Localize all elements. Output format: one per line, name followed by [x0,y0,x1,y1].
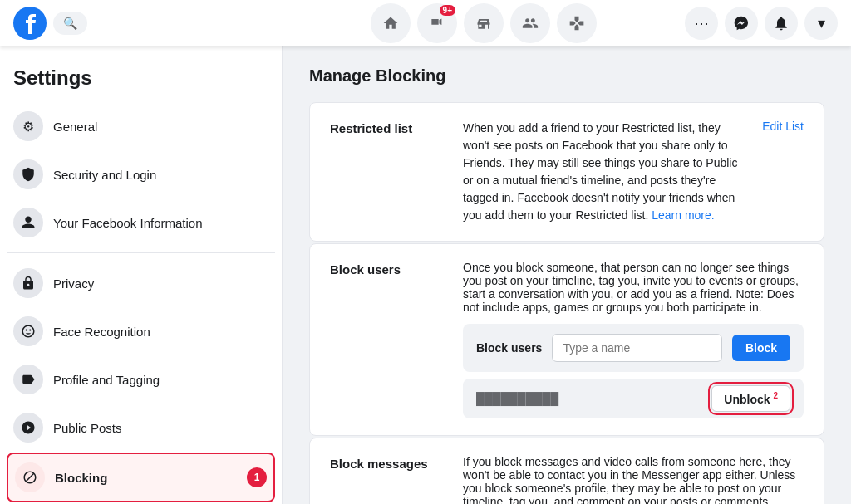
sidebar-item-label: Privacy [53,276,94,291]
messenger-btn[interactable] [725,7,758,40]
block-messages-label: Block messages [330,455,463,471]
sidebar-item-blocking[interactable]: Blocking 1 [7,453,275,502]
video-badge: 9+ [440,5,455,16]
store-nav-btn[interactable] [464,3,504,43]
privacy-icon [13,268,43,298]
posts-icon [13,413,43,443]
restricted-list-row: Restricted list When you add a friend to… [310,103,824,241]
edit-list-link[interactable]: Edit List [762,120,804,133]
blocked-user-name: ██████████ [476,392,558,405]
account-btn[interactable]: ▾ [804,7,838,40]
sidebar-item-security[interactable]: Security and Login [7,151,275,198]
block-users-desc: Once you block someone, that person can … [463,261,799,314]
block-users-input[interactable] [552,334,722,362]
block-messages-row: Block messages If you block messages and… [310,438,824,504]
block-users-label: Block users [330,261,463,276]
restricted-list-text: When you add a friend to your Restricted… [463,121,737,222]
restricted-list-label: Restricted list [330,120,463,135]
nav-right: ⋯ ▾ [671,7,838,40]
restricted-list-action: Edit List [762,120,804,133]
restricted-list-desc: When you add a friend to your Restricted… [463,120,749,224]
home-nav-btn[interactable] [371,3,411,43]
sidebar-item-profile[interactable]: Profile and Tagging [7,356,275,403]
sidebar-item-face[interactable]: Face Recognition [7,308,275,355]
profile-icon [13,365,43,394]
block-messages-content: If you block messages and video calls fr… [463,455,804,504]
unblock-button[interactable]: Unblock 2 [711,385,790,412]
nav-left: 🔍 [13,7,296,40]
sidebar-item-label: Public Posts [53,421,122,435]
security-icon [13,159,43,189]
sidebar-item-label: Face Recognition [53,325,150,339]
block-button[interactable]: Block [732,335,790,361]
block-input-label: Block users [476,341,542,355]
blocked-user-row: ██████████ Unblock 2 [463,379,804,418]
block-users-row: Block users Once you block someone, that… [310,244,824,435]
sidebar-title: Settings [7,60,275,103]
block-users-card: Block users Once you block someone, that… [309,243,824,436]
nav-center: 9+ [296,3,671,43]
groups-nav-btn[interactable] [510,3,550,43]
main-content: Manage Blocking Restricted list When you… [283,46,851,504]
sidebar-item-label: General [53,120,97,134]
block-input-row: Block users Block [463,324,804,372]
sidebar-item-blocking-label: Blocking [55,471,107,485]
top-navigation: 🔍 9+ ⋯ ▾ [0,0,851,46]
fbinfo-icon [13,208,43,237]
search-box[interactable]: 🔍 [53,12,87,35]
face-icon [13,316,43,346]
sidebar-item-privacy[interactable]: Privacy [7,260,275,306]
video-nav-btn[interactable]: 9+ [417,3,457,43]
search-icon: 🔍 [63,17,77,30]
notifications-btn[interactable] [765,7,798,40]
sidebar-item-general[interactable]: ⚙ General [7,103,275,149]
gaming-nav-btn[interactable] [557,3,597,43]
sidebar-item-label: Your Facebook Information [53,216,203,230]
sidebar-item-fbinfo[interactable]: Your Facebook Information [7,199,275,246]
step-1-circle: 1 [247,467,267,487]
settings-sidebar: Settings ⚙ General Security and Login Yo… [0,46,283,504]
sidebar-divider [7,252,275,253]
restricted-learn-more[interactable]: Learn more. [652,208,714,222]
restricted-list-card: Restricted list When you add a friend to… [309,102,824,242]
blocking-icon [15,462,45,492]
sidebar-item-posts[interactable]: Public Posts [7,404,275,451]
sidebar-item-label: Security and Login [53,168,156,182]
block-users-content: Once you block someone, that person can … [463,261,804,418]
block-messages-desc: If you block messages and video calls fr… [463,455,795,504]
grid-btn[interactable]: ⋯ [685,7,718,40]
page-layout: Settings ⚙ General Security and Login Yo… [0,46,851,504]
facebook-logo[interactable] [13,7,47,40]
block-messages-card: Block messages If you block messages and… [309,438,824,504]
page-title: Manage Blocking [309,66,824,86]
general-icon: ⚙ [13,111,43,141]
sidebar-item-label: Profile and Tagging [53,373,160,387]
